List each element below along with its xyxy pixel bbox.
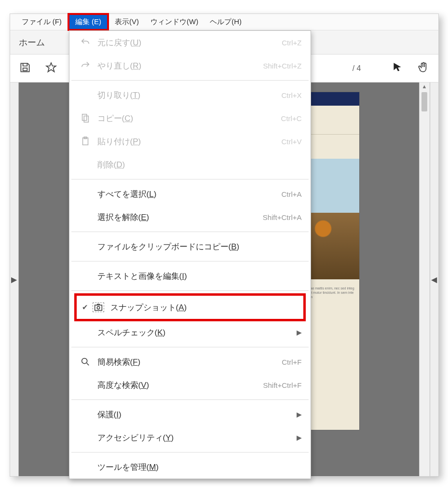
menu-separator: [71, 80, 309, 81]
svg-rect-0: [23, 68, 27, 70]
menu-select-all[interactable]: すべてを選択(L) Ctrl+A: [69, 182, 311, 206]
menu-delete[interactable]: 削除(D): [69, 153, 311, 176]
menu-view[interactable]: 表示(V): [109, 15, 145, 29]
menu-separator: [71, 399, 309, 400]
menu-cut-shortcut: Ctrl+X: [281, 91, 301, 99]
snapshot-highlight-box: ✔ スナップショット(A): [74, 293, 306, 321]
menu-snapshot[interactable]: ✔ スナップショット(A): [77, 296, 303, 319]
undo-icon: [78, 37, 93, 48]
page-count: / 4: [353, 64, 361, 73]
menu-paste-shortcut: Ctrl+V: [281, 137, 301, 146]
menu-redo-shortcut: Shift+Ctrl+Z: [263, 62, 301, 70]
pointer-icon[interactable]: [391, 61, 404, 76]
left-panel-expand[interactable]: ▶: [10, 82, 19, 476]
scroll-up-arrow[interactable]: ▲: [422, 83, 427, 89]
menu-redo[interactable]: やり直し(R) Shift+Ctrl+Z: [69, 54, 311, 77]
menu-redo-label: やり直し(R): [97, 60, 258, 71]
menu-deselect[interactable]: 選択を解除(E) Shift+Ctrl+A: [69, 206, 311, 229]
menu-protection-label: 保護(I): [97, 409, 295, 420]
menu-delete-label: 削除(D): [97, 159, 302, 170]
menu-separator: [71, 347, 309, 347]
hand-icon[interactable]: [417, 61, 430, 76]
edit-menu-dropdown: 元に戻す(U) Ctrl+Z やり直し(R) Shift+Ctrl+Z 切り取り…: [69, 30, 311, 479]
menu-deselect-shortcut: Shift+Ctrl+A: [263, 213, 302, 221]
save-icon[interactable]: [19, 61, 31, 76]
menu-accessibility-label: アクセシビリティ(Y): [97, 432, 295, 443]
camera-icon: [91, 302, 106, 312]
submenu-arrow-icon: ▶: [295, 411, 302, 418]
menu-separator: [71, 179, 309, 179]
menu-accessibility[interactable]: アクセシビリティ(Y) ▶: [69, 426, 311, 449]
menu-advanced-find-label: 高度な検索(V): [97, 380, 258, 391]
app-window: ファイル (F) 編集 (E) 表示(V) ウィンドウ(W) ヘルプ(H) ホー…: [10, 14, 439, 477]
redo-icon: [78, 60, 93, 71]
scroll-thumb[interactable]: [421, 92, 427, 111]
menu-undo[interactable]: 元に戻す(U) Ctrl+Z: [69, 31, 311, 54]
svg-point-7: [81, 358, 87, 364]
svg-point-6: [97, 306, 100, 309]
vertical-scrollbar[interactable]: ▲: [419, 82, 430, 476]
menu-copy[interactable]: コピー(C) Ctrl+C: [69, 107, 311, 130]
menu-copy-label: コピー(C): [97, 113, 275, 124]
menu-edit-text-images-label: テキストと画像を編集(I): [97, 271, 302, 282]
menu-separator: [71, 452, 309, 453]
svg-rect-2: [84, 116, 88, 122]
menu-cut[interactable]: 切り取り(T) Ctrl+X: [69, 83, 311, 107]
menu-separator: [71, 261, 309, 261]
submenu-arrow-icon: ▶: [295, 434, 302, 441]
menu-undo-shortcut: Ctrl+Z: [282, 39, 301, 47]
search-icon: [78, 357, 93, 367]
menu-select-all-shortcut: Ctrl+A: [281, 190, 301, 198]
menu-edit-text-images[interactable]: テキストと画像を編集(I): [69, 264, 311, 288]
menu-cut-label: 切り取り(T): [97, 90, 276, 101]
menu-copy-file-clipboard[interactable]: ファイルをクリップボードにコピー(B): [69, 235, 311, 258]
copy-icon: [78, 113, 93, 124]
menu-copy-file-clipboard-label: ファイルをクリップボードにコピー(B): [97, 241, 302, 252]
check-icon: ✔: [81, 303, 90, 312]
menu-find[interactable]: 簡易検索(F) Ctrl+F: [69, 350, 311, 373]
menu-window[interactable]: ウィンドウ(W): [145, 15, 204, 29]
menu-manage-tools[interactable]: ツールを管理(M): [69, 455, 311, 479]
menu-advanced-find-shortcut: Shift+Ctrl+F: [263, 381, 301, 389]
menu-edit[interactable]: 編集 (E): [68, 13, 109, 31]
menu-deselect-label: 選択を解除(E): [97, 212, 257, 223]
menu-separator: [71, 232, 309, 232]
menu-separator: [71, 290, 309, 291]
menu-advanced-find[interactable]: 高度な検索(V) Shift+Ctrl+F: [69, 373, 311, 397]
menu-find-label: 簡易検索(F): [97, 357, 276, 368]
menu-spellcheck[interactable]: スペルチェック(K) ▶: [69, 321, 311, 344]
menu-paste[interactable]: 貼り付け(P) Ctrl+V: [69, 130, 311, 153]
submenu-arrow-icon: ▶: [295, 329, 302, 336]
menu-spellcheck-label: スペルチェック(K): [97, 327, 295, 338]
menu-select-all-label: すべてを選択(L): [97, 189, 276, 200]
menu-manage-tools-label: ツールを管理(M): [97, 462, 302, 473]
menu-copy-shortcut: Ctrl+C: [281, 114, 302, 123]
menu-find-shortcut: Ctrl+F: [282, 358, 301, 366]
menu-file[interactable]: ファイル (F): [16, 15, 68, 29]
star-icon[interactable]: [45, 61, 57, 76]
right-panel-expand[interactable]: ◀: [430, 82, 438, 476]
menu-undo-label: 元に戻す(U): [97, 37, 276, 48]
menu-snapshot-label: スナップショット(A): [110, 302, 295, 313]
menu-protection[interactable]: 保護(I) ▶: [69, 403, 311, 426]
tab-home[interactable]: ホーム: [19, 37, 45, 48]
paste-icon: [78, 136, 93, 147]
svg-rect-5: [95, 305, 102, 310]
menu-bar: ファイル (F) 編集 (E) 表示(V) ウィンドウ(W) ヘルプ(H): [10, 14, 438, 30]
menu-help[interactable]: ヘルプ(H): [204, 15, 247, 29]
svg-rect-1: [82, 114, 86, 121]
menu-paste-label: 貼り付け(P): [97, 136, 276, 147]
